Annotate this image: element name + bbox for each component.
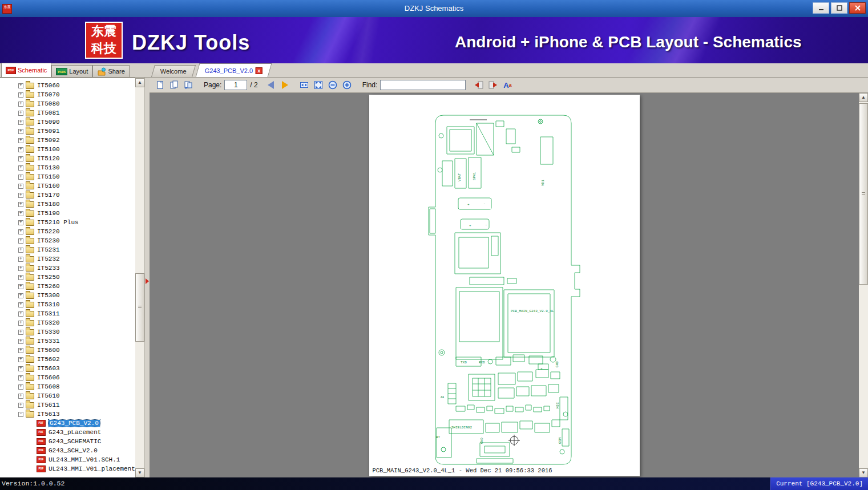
- tree-folder-item[interactable]: +IT5091: [0, 127, 135, 136]
- expand-icon[interactable]: +: [18, 83, 23, 88]
- tree-folder-item[interactable]: +IT5220: [0, 227, 135, 236]
- expand-icon[interactable]: +: [18, 92, 23, 98]
- tree-folder-item[interactable]: +IT5160: [0, 181, 135, 191]
- tree-folder-item[interactable]: +IT5190: [0, 209, 135, 218]
- minimize-button[interactable]: [813, 2, 829, 14]
- tree-folder-item[interactable]: +IT5231: [0, 245, 135, 254]
- expand-icon[interactable]: +: [18, 138, 23, 143]
- fit-page-button[interactable]: [313, 79, 324, 91]
- page-number-input[interactable]: [224, 80, 247, 90]
- tree-folder-item[interactable]: +IT5120: [0, 154, 135, 163]
- document-scroll-thumb[interactable]: [859, 103, 868, 285]
- expand-icon[interactable]: +: [18, 156, 23, 161]
- tree-folder-item[interactable]: +IT5260: [0, 282, 135, 291]
- expand-icon[interactable]: +: [18, 403, 23, 408]
- tree-folder-item[interactable]: +IT5090: [0, 118, 135, 127]
- tab-g243-pcb[interactable]: G243_PCB_V2.0 x: [195, 63, 272, 77]
- tree-file-item[interactable]: PDFG243_PCB_V2.0: [0, 419, 135, 428]
- tree-folder-item[interactable]: +IT5150: [0, 172, 135, 181]
- zoom-in-button[interactable]: [341, 79, 353, 91]
- expand-icon[interactable]: +: [18, 311, 23, 317]
- expand-icon[interactable]: +: [18, 165, 23, 171]
- expand-icon[interactable]: +: [18, 120, 23, 125]
- expand-icon[interactable]: +: [18, 257, 23, 262]
- expand-icon[interactable]: +: [18, 193, 23, 198]
- tree-folder-item[interactable]: +IT5310: [0, 300, 135, 309]
- tree-folder-item[interactable]: +IT5070: [0, 90, 135, 99]
- tree-file-item[interactable]: PDFG243_SCHEMATIC: [0, 437, 135, 446]
- prev-page-button[interactable]: [265, 79, 277, 91]
- tree-folder-item[interactable]: +IT5610: [0, 391, 135, 400]
- two-page-icon[interactable]: [168, 79, 180, 91]
- tree-file-item[interactable]: PDFUL243_MMI_V01_placement: [0, 464, 135, 473]
- expand-icon[interactable]: +: [18, 302, 23, 307]
- expand-icon[interactable]: +: [18, 366, 23, 371]
- expand-icon[interactable]: +: [18, 211, 23, 216]
- expand-icon[interactable]: +: [18, 229, 23, 234]
- tree-folder-item[interactable]: +IT5330: [0, 327, 135, 337]
- expand-icon[interactable]: +: [18, 339, 23, 344]
- expand-icon[interactable]: +: [18, 293, 23, 298]
- expand-icon[interactable]: +: [18, 184, 23, 189]
- expand-icon[interactable]: +: [18, 102, 23, 107]
- expand-icon[interactable]: +: [18, 248, 23, 253]
- tree-folder-item[interactable]: +IT5611: [0, 400, 135, 410]
- tab-layout[interactable]: PADS Layout: [51, 65, 92, 77]
- expand-icon[interactable]: +: [18, 129, 23, 134]
- expand-icon[interactable]: +: [18, 238, 23, 244]
- tree-file-item[interactable]: PDFUL243_MMI_V01.SCH.1: [0, 455, 135, 464]
- splitter-collapse-icon[interactable]: [146, 278, 149, 284]
- tree-scroll-thumb[interactable]: [135, 273, 144, 342]
- tree-folder-item[interactable]: +IT5331: [0, 337, 135, 346]
- expand-icon[interactable]: +: [18, 175, 23, 180]
- expand-icon[interactable]: +: [18, 330, 23, 335]
- tree-scrollbar[interactable]: ▲ ▼: [135, 78, 144, 477]
- find-input[interactable]: [380, 80, 466, 90]
- fit-width-button[interactable]: [298, 79, 310, 91]
- scroll-down-icon[interactable]: ▼: [859, 468, 868, 477]
- tree-folder-item[interactable]: +IT5080: [0, 99, 135, 108]
- tree-folder-item[interactable]: +IT5320: [0, 318, 135, 327]
- tab-welcome[interactable]: Welcome: [151, 65, 196, 77]
- tree-folder-item[interactable]: -IT5613: [0, 410, 135, 419]
- expand-icon[interactable]: +: [18, 394, 23, 399]
- tab-schematic[interactable]: PDF Schematic: [1, 63, 51, 77]
- tree-folder-item[interactable]: +IT5060: [0, 81, 135, 90]
- expand-icon[interactable]: +: [18, 348, 23, 353]
- close-tab-icon[interactable]: x: [256, 67, 263, 74]
- tree-folder-item[interactable]: +IT5603: [0, 364, 135, 373]
- expand-icon[interactable]: +: [18, 284, 23, 289]
- tree-folder-item[interactable]: +IT5180: [0, 200, 135, 209]
- expand-icon[interactable]: +: [18, 357, 23, 362]
- pane-splitter[interactable]: [144, 78, 150, 477]
- expand-icon[interactable]: +: [18, 147, 23, 152]
- tree-file-item[interactable]: PDFG243_pLacement: [0, 428, 135, 437]
- tree-folder-item[interactable]: +IT5232: [0, 254, 135, 264]
- tree-folder-item[interactable]: +IT5600: [0, 346, 135, 355]
- expand-icon[interactable]: +: [18, 266, 23, 271]
- expand-icon[interactable]: +: [18, 202, 23, 207]
- next-page-button[interactable]: [280, 79, 291, 91]
- find-prev-button[interactable]: [473, 79, 485, 91]
- tree-folder-item[interactable]: +IT5130: [0, 163, 135, 172]
- tab-share[interactable]: Share: [92, 65, 129, 77]
- document-scrollbar[interactable]: ▲ ▼: [859, 93, 868, 477]
- tree-folder-item[interactable]: +IT5081: [0, 108, 135, 118]
- find-next-button[interactable]: [487, 79, 499, 91]
- tree-folder-item[interactable]: +IT5170: [0, 191, 135, 200]
- tree-folder-item[interactable]: +IT5300: [0, 291, 135, 300]
- tree-folder-item[interactable]: +IT5092: [0, 136, 135, 145]
- tree-folder-item[interactable]: +IT5210 Plus: [0, 218, 135, 227]
- tree-folder-item[interactable]: +IT5230: [0, 236, 135, 245]
- book-view-icon[interactable]: [183, 79, 194, 91]
- collapse-icon[interactable]: -: [18, 412, 23, 417]
- scroll-up-icon[interactable]: ▲: [135, 78, 144, 87]
- single-page-icon[interactable]: [154, 79, 165, 91]
- close-button[interactable]: [849, 2, 866, 14]
- expand-icon[interactable]: +: [18, 321, 23, 326]
- tree-folder-item[interactable]: +IT5608: [0, 382, 135, 391]
- expand-icon[interactable]: +: [18, 275, 23, 280]
- scroll-up-icon[interactable]: ▲: [859, 93, 868, 102]
- expand-icon[interactable]: +: [18, 111, 23, 116]
- scroll-down-icon[interactable]: ▼: [135, 468, 144, 477]
